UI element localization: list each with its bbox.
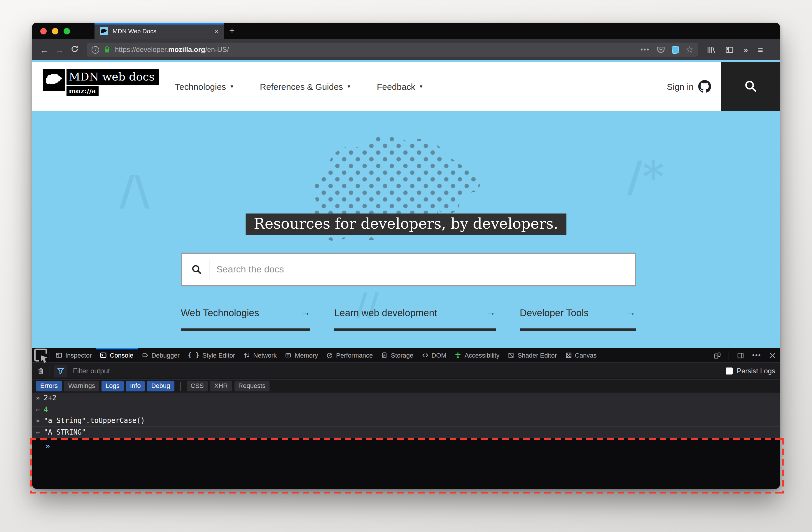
console-filter-button[interactable]: Debug [147, 381, 174, 391]
mdn-dino-icon [43, 69, 65, 91]
tab-style-editor[interactable]: { } Style Editor [184, 348, 239, 362]
tab-console[interactable]: Console [96, 348, 138, 362]
persist-logs-label: Persist Logs [737, 366, 775, 375]
console-filter-button[interactable]: CSS [186, 381, 208, 391]
tab-inspector[interactable]: Inspector [51, 348, 96, 362]
devtools-panel: Inspector Console Debugger { } Style Edi… [32, 348, 780, 489]
browser-tab[interactable]: MDN Web Docs × [95, 23, 224, 39]
tab-shader-editor[interactable]: Shader Editor [504, 348, 561, 362]
new-tab-button[interactable]: + [229, 25, 235, 37]
tab-storage[interactable]: Storage [377, 348, 417, 362]
secure-lock-icon[interactable] [103, 45, 111, 54]
console-filter-buttons: ErrorsWarningsLogsInfoDebug CSSXHRReques… [32, 380, 780, 393]
console-row[interactable]: ← "A STRING" [32, 427, 780, 438]
chevron-down-icon: ▼ [230, 84, 234, 89]
hero-link[interactable]: Learn web development → [334, 307, 496, 331]
browser-window: MDN Web Docs × + ← → i https://developer… [32, 23, 780, 489]
tab-close-icon[interactable]: × [214, 27, 219, 35]
url-text: https://developer.mozilla.org/en-US/ [115, 45, 636, 54]
docs-search-input[interactable] [216, 264, 625, 275]
console-row[interactable]: » 2+2 [32, 392, 780, 404]
hero-link[interactable]: Web Technologies → [181, 307, 310, 331]
console-row-prefix-icon: » [32, 394, 44, 402]
page-actions-icon[interactable]: ••• [640, 47, 650, 53]
filter-output-input[interactable] [73, 366, 726, 375]
minimize-window-button[interactable] [52, 28, 58, 34]
console-row-text: "a String".toUpperCase() [44, 417, 145, 425]
console-filter-button[interactable]: XHR [210, 381, 232, 391]
address-bar[interactable]: i https://developer.mozilla.org/en-US/ •… [87, 43, 698, 57]
browser-toolbar: ← → i https://developer.mozilla.org/en-U… [32, 39, 780, 60]
mdn-nav-item[interactable]: References & Guides ▼ [260, 81, 351, 91]
arrow-right-icon: → [301, 307, 310, 318]
forward-icon[interactable]: → [52, 45, 67, 55]
hero-link[interactable]: Developer Tools → [520, 307, 636, 331]
header-search-button[interactable] [721, 62, 780, 111]
page-info-icon[interactable]: i [91, 46, 99, 53]
tab-title: MDN Web Docs [113, 27, 210, 34]
hamburger-menu-icon[interactable]: ≡ [758, 45, 763, 55]
library-icon[interactable] [707, 45, 715, 54]
console-filter-button[interactable]: Info [126, 381, 145, 391]
browser-action-icons: » ≡ [707, 45, 763, 55]
tab-accessibility[interactable]: Accessibility [451, 348, 504, 362]
extension-note-icon[interactable] [671, 45, 679, 54]
console-filter-button[interactable]: Warnings [64, 381, 99, 391]
responsive-design-icon[interactable] [714, 351, 721, 359]
sign-in[interactable]: Sign in [667, 62, 711, 111]
tab-canvas[interactable]: Canvas [561, 348, 601, 362]
mdn-nav: Technologies ▼ References & Guides ▼ Fee… [175, 62, 423, 111]
pick-element-icon[interactable] [32, 346, 49, 364]
dino-watermark [303, 127, 496, 267]
url-domain: mozilla.org [168, 45, 205, 54]
arrow-right-icon: → [486, 307, 496, 318]
tab-network[interactable]: Network [239, 348, 281, 362]
hero-section: /\ /* // Resources for developers, by de… [32, 111, 780, 348]
zoom-window-button[interactable] [63, 28, 70, 34]
console-row-prefix-icon: ← [32, 428, 44, 436]
tab-debugger[interactable]: Debugger [137, 348, 184, 362]
devtools-toolbar-actions: ••• [714, 348, 777, 362]
tab-performance[interactable]: Performance [322, 348, 377, 362]
search-icon [743, 79, 757, 94]
sidebar-icon[interactable] [725, 45, 734, 54]
chevron-down-icon: ▼ [347, 84, 351, 89]
hero-links: Web Technologies → Learn web development… [181, 307, 636, 331]
console-row[interactable]: ← 4 [32, 404, 780, 415]
devtools-menu-icon[interactable]: ••• [752, 352, 761, 358]
mdn-favicon [100, 27, 108, 35]
console-row[interactable]: » "a String".toUpperCase() [32, 415, 780, 427]
persist-logs[interactable]: Persist Logs [726, 366, 775, 375]
overflow-menu-icon[interactable]: » [744, 45, 748, 54]
dock-icon[interactable] [737, 351, 745, 359]
sign-in-label: Sign in [667, 81, 694, 91]
console-filter-button[interactable]: Logs [102, 381, 124, 391]
devtools-close-icon[interactable] [769, 351, 777, 359]
search-icon [191, 264, 202, 275]
console-input-area[interactable]: » [32, 438, 780, 489]
bookmark-star-icon[interactable]: ☆ [686, 45, 694, 54]
console-row-text: 2+2 [44, 394, 56, 402]
arrow-right-icon: → [626, 307, 636, 318]
reload-icon[interactable] [67, 45, 82, 55]
github-icon [698, 80, 711, 93]
mdn-nav-item[interactable]: Technologies ▼ [175, 81, 234, 91]
console-filter-button[interactable]: Errors [36, 381, 62, 391]
console-filter-button[interactable]: Requests [234, 381, 270, 391]
back-icon[interactable]: ← [37, 45, 52, 55]
url-actions: ••• ☆ [640, 45, 694, 54]
mdn-nav-item[interactable]: Feedback ▼ [377, 81, 423, 91]
persist-logs-checkbox[interactable] [726, 367, 733, 374]
url-path: /en-US/ [205, 45, 229, 54]
filter-toggle-button[interactable] [54, 364, 67, 377]
tab-dom[interactable]: DOM [417, 348, 450, 362]
mdn-logo[interactable]: MDN web docs moz://a [43, 69, 159, 96]
docs-search-box[interactable] [181, 253, 636, 286]
devtools-toolbar: Inspector Console Debugger { } Style Edi… [32, 348, 780, 362]
pocket-icon[interactable] [656, 45, 665, 54]
console-prompt-icon: » [45, 442, 50, 450]
clear-console-icon[interactable] [37, 366, 45, 375]
console-filter-bar: Persist Logs [32, 363, 780, 379]
tab-memory[interactable]: Memory [281, 348, 322, 362]
close-window-button[interactable] [40, 28, 47, 34]
